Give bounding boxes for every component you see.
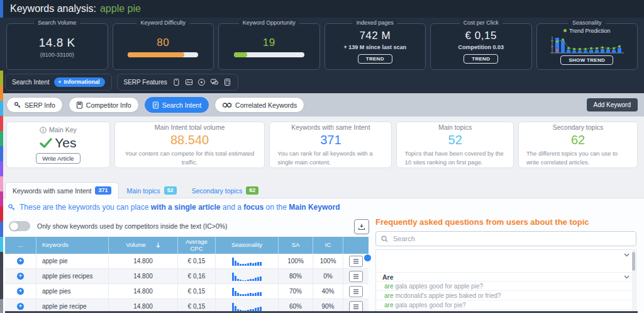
- seasonality-sparkline: [232, 271, 262, 281]
- row-menu-button[interactable]: [349, 301, 363, 312]
- hamburger-menu-icon: [353, 259, 359, 264]
- keyword-opportunity-card: Keyword Opportunity 19: [218, 23, 320, 70]
- tab-search-intent[interactable]: Search Intent: [145, 97, 209, 113]
- indexed-pages-label: Indexed pages: [353, 20, 397, 26]
- export-table-button[interactable]: [354, 219, 369, 234]
- seasonality-mini-chart: [548, 35, 625, 55]
- indexed-pages-trend-button[interactable]: TREND: [358, 54, 392, 64]
- column-header-ic[interactable]: IC: [313, 237, 343, 254]
- search-volume-label: Search Volume: [34, 20, 80, 26]
- key-icon: [14, 101, 21, 109]
- column-header-sa[interactable]: SA: [279, 237, 313, 254]
- tab-competitor-info[interactable]: Competitor Info: [69, 97, 139, 113]
- same-intent-value: 371: [320, 133, 341, 147]
- cpc-cell: € 0,16: [178, 269, 216, 283]
- main-key-label: Main Key: [40, 126, 77, 134]
- keyword-opportunity-value: 19: [263, 37, 275, 49]
- seasonality-label: Seasonality: [569, 20, 606, 26]
- add-keyword-row-button[interactable]: +: [17, 303, 24, 310]
- column-header-keywords[interactable]: Keywords: [36, 237, 109, 254]
- faq-scrollbar-thumb[interactable]: [632, 252, 635, 271]
- show-trend-button[interactable]: SHOW TREND: [560, 55, 613, 65]
- keyword-difficulty-label: Keyword Difficulty: [137, 20, 189, 26]
- tab-secondary-topics[interactable]: Secondary topics 62: [185, 183, 266, 198]
- summary-cards-row: Main Key Yes Write Article Main Intent t…: [6, 122, 638, 168]
- cost-per-click-value: € 0,15: [465, 30, 497, 42]
- keyword-cell: apple pies recipes: [36, 269, 109, 283]
- content-tabs: Keywords with same Intent 371 Main topic…: [5, 181, 265, 198]
- ic-cell: 100%: [313, 254, 343, 268]
- faq-search-input[interactable]: [392, 234, 631, 243]
- column-header-options[interactable]: ...: [5, 237, 36, 254]
- faq-question[interactable]: are gala apples good for apple pie?: [376, 282, 636, 291]
- sort-descending-icon[interactable]: [156, 242, 160, 248]
- row-menu-button[interactable]: [349, 256, 363, 267]
- cpc-trend-button[interactable]: TREND: [464, 54, 498, 64]
- competitor-filter-toggle[interactable]: [9, 221, 30, 231]
- chevron-down-icon: [624, 253, 630, 257]
- main-topics-description: Topics that have been covered by the 10 …: [404, 149, 506, 167]
- keywords-table: ... Keywords Volume Average CPC Seasonal…: [5, 237, 369, 313]
- competitor-filter-row: Only show keywords used by competitors i…: [9, 221, 228, 231]
- hint-line: These are the keywords you can place wit…: [8, 203, 340, 212]
- chevron-down-icon: [624, 275, 630, 279]
- row-menu-button[interactable]: [349, 271, 363, 282]
- main-intent-volume-value: 88.540: [170, 133, 209, 147]
- column-header-actions: [343, 237, 369, 254]
- trend-prediction-legend: Trend Prediction: [564, 28, 611, 34]
- nav-tab-bar: SERP Info Competitor Info Search Intent …: [0, 93, 644, 117]
- search-volume-value: 14.8 K: [39, 36, 75, 50]
- tab-serp-info[interactable]: SERP Info: [6, 97, 63, 113]
- calculator-icon: [223, 78, 231, 86]
- secondary-topics-value: 62: [571, 133, 585, 147]
- faq-accordion-row[interactable]: [376, 250, 636, 273]
- add-keyword-row-button[interactable]: +: [17, 258, 24, 265]
- document-icon: [152, 101, 159, 109]
- infinity-icon: [222, 102, 232, 108]
- column-header-seasonality[interactable]: Seasonality: [216, 237, 279, 254]
- tab-correlated-keywords[interactable]: Correlated Keywords: [214, 97, 304, 113]
- add-keyword-row-button[interactable]: +: [17, 288, 24, 295]
- chat-icon: [210, 78, 219, 86]
- write-article-button[interactable]: Write Article: [36, 153, 80, 164]
- hamburger-menu-icon: [353, 289, 359, 294]
- column-header-volume[interactable]: Volume: [109, 237, 178, 254]
- keyword-cell: apple pie: [36, 254, 109, 268]
- tab-keywords-same-intent[interactable]: Keywords with same Intent 371: [5, 182, 119, 199]
- main-key-card: Main Key Yes Write Article: [6, 122, 110, 168]
- row-menu-button[interactable]: [349, 286, 363, 297]
- table-header-row: ... Keywords Volume Average CPC Seasonal…: [5, 237, 369, 254]
- volume-cell: 14.800: [109, 284, 178, 299]
- serp-feature-icons: [172, 78, 231, 86]
- hint-text: These are the keywords you can place wit…: [19, 203, 340, 212]
- faq-question[interactable]: are gala apples good for pie?: [376, 300, 636, 310]
- serp-features-label: SERP Features: [124, 79, 167, 86]
- faq-question[interactable]: are mcdonald's apple pies baked or fried…: [376, 291, 636, 300]
- table-scrollbar-thumb[interactable]: [364, 254, 371, 261]
- main-key-value: Yes: [40, 135, 76, 151]
- keyword-difficulty-progress: [128, 52, 198, 57]
- faq-group-are[interactable]: Are: [376, 273, 636, 282]
- key-icon: [8, 203, 16, 212]
- stat-cards-row: Search Volume 14.8 K (8100-33100) Keywor…: [6, 23, 638, 70]
- main-intent-volume-label: Main Intent total volume: [155, 123, 225, 131]
- competitor-filter-label: Only show keywords used by competitors i…: [37, 222, 228, 230]
- main-topics-count-badge: 52: [164, 186, 177, 195]
- tab-main-topics[interactable]: Main topics 52: [120, 183, 184, 198]
- add-keyword-button[interactable]: Add Keyword: [587, 98, 638, 111]
- add-keyword-row-button[interactable]: +: [17, 273, 24, 280]
- search-volume-card: Search Volume 14.8 K (8100-33100): [6, 23, 108, 70]
- table-row: + apple pie 14.800 € 0,15 100% 100%: [5, 254, 369, 269]
- info-icon: [40, 127, 47, 134]
- faq-search-box: [375, 231, 636, 246]
- ic-cell: 0%: [313, 269, 343, 283]
- main-topics-card: Main topics 52 Topics that have been cov…: [396, 122, 514, 168]
- search-intent-box: Search Intent Informational: [5, 74, 112, 91]
- column-header-average-cpc[interactable]: Average CPC: [178, 237, 216, 254]
- table-row: + apple pies 14.800 € 0,15 70% 40%: [5, 284, 369, 299]
- faq-panel: Frequently asked questions from users ab…: [375, 217, 636, 313]
- seasonality-sparkline: [232, 287, 262, 296]
- main-topics-value: 52: [448, 133, 462, 147]
- volume-cell: 14.800: [109, 254, 178, 268]
- indexed-pages-card: Indexed pages 742 M + 139 M since last s…: [325, 23, 426, 70]
